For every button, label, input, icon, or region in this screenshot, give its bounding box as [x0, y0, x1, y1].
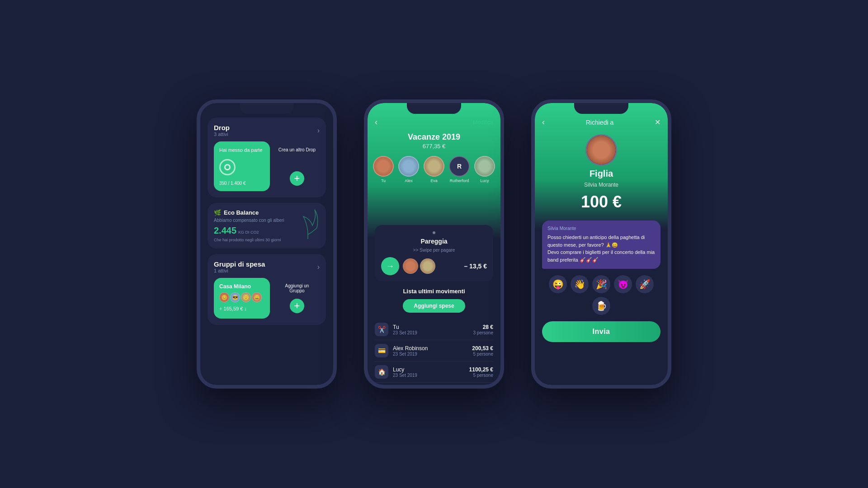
participant-tu: Tu [373, 156, 394, 183]
participant-name-lucy: Lucy [480, 178, 489, 183]
drop-add-label: Crea un altro Drop [278, 147, 316, 153]
drop-add-tile: Crea un altro Drop + [274, 141, 320, 191]
casa-avatar-1: 😊 [219, 292, 229, 302]
emoji-wave[interactable]: 👋 [571, 275, 589, 293]
drop-savings-label: Hai messo da parte [219, 147, 264, 153]
add-group-label: Aggiungi un Gruppo [278, 283, 316, 293]
pay-row: → – 13,5 € [381, 257, 487, 275]
drop-circle-icon [219, 159, 236, 175]
pay-avatars [403, 258, 435, 274]
tx-people-lucy: 5 persone [469, 373, 493, 378]
gruppi-title: Gruppi di spesa [214, 260, 265, 268]
phone3-close-button[interactable]: ✕ [655, 118, 660, 127]
emoji-row: 😜 👋 🎉 😈 🚀 🍺 [542, 275, 660, 315]
participant-name-rutherford: Rutherford [450, 178, 469, 183]
drop-add-button[interactable]: + [290, 171, 304, 186]
phone2-header: ‹ Modifica Vacanze 2019 677,35 € Tu Alex… [368, 103, 500, 239]
participant-name-tu: Tu [381, 178, 386, 183]
casa-title: Casa Milano [219, 283, 264, 290]
gruppi-chevron-icon[interactable]: › [317, 263, 320, 271]
casa-tile[interactable]: Casa Milano 😊 😎 🙂 😄 + 165,59 € ↓ [214, 278, 270, 319]
participant-avatar-lucy [474, 156, 495, 177]
tx-name-alex: Alex Robinson [393, 345, 467, 352]
phone3-back-button[interactable]: ‹ [542, 117, 545, 127]
tx-name-lucy: Lucy [393, 366, 465, 373]
tx-name-tu: Tu [393, 324, 469, 330]
drop-tile-savings[interactable]: Hai messo da parte 350 / 1.400 € [214, 141, 270, 191]
drop-title: Drop [214, 124, 230, 131]
recipient-sub: Silvia Morante [584, 182, 618, 188]
tx-right-alex: 200,53 € 5 persone [472, 345, 493, 357]
phone2-group-title: Vacanze 2019 [375, 132, 493, 142]
participant-eva: Eva [424, 156, 444, 183]
pay-section: Pareggia >> Swipe per pagare → – 13,5 € [375, 225, 493, 282]
emoji-rocket[interactable]: 🚀 [636, 275, 654, 293]
recipient-avatar [585, 134, 617, 166]
participants-row: Tu Alex Eva R Rutherford Lucy [375, 156, 493, 183]
emoji-beer[interactable]: 🍺 [592, 297, 610, 315]
casa-avatar-3: 🙂 [241, 292, 251, 302]
phone-3: ‹ Richiedi a ✕ Figlia Silvia Morante 100… [531, 99, 671, 389]
gruppi-card: Gruppi di spesa 1 attivi › Casa Milano 😊… [208, 254, 326, 325]
recipient-amount: 100 € [581, 192, 622, 211]
emoji-devil[interactable]: 😈 [614, 275, 632, 293]
tx-icon-tu: ✂️ [375, 323, 388, 336]
invia-button[interactable]: Invia [542, 321, 660, 342]
pay-arrow-button[interactable]: → [381, 257, 399, 275]
pay-amount: – 13,5 € [464, 263, 487, 270]
casa-amount: + 165,59 € ↓ [219, 306, 264, 311]
tx-date-lucy: 23 Set 2019 [393, 373, 465, 378]
pay-avatar-1 [403, 258, 418, 274]
phone2-back-button[interactable]: ‹ [375, 117, 377, 127]
transaction-alex: 💳 Alex Robinson 23 Set 2019 200,53 € 5 p… [375, 340, 493, 361]
phone2-action-button[interactable]: Modifica [473, 119, 493, 126]
tx-amount-alex: 200,53 € [472, 345, 493, 352]
tx-info-tu: Tu 23 Set 2019 [393, 324, 469, 335]
participant-name-eva: Eva [430, 178, 438, 183]
aggiungi-spese-button[interactable]: Aggiungi spese [403, 299, 465, 313]
lista-section: Lista ultimi movimenti Aggiungi spese ✂️… [368, 282, 500, 385]
tx-date-alex: 23 Set 2019 [393, 352, 467, 357]
lista-title: Lista ultimi movimenti [375, 288, 493, 295]
casa-avatar-2: 😎 [230, 292, 240, 302]
phone3-nav: ‹ Richiedi a ✕ [542, 117, 660, 127]
add-group-button[interactable]: + [290, 299, 304, 313]
eco-unit: KG DI CO2 [238, 230, 259, 235]
tx-icon-lucy: 🏠 [375, 365, 388, 379]
recipient-section: Figlia Silvia Morante 100 € [542, 134, 660, 211]
phone3-body: Silvia Morante Posso chiederti un antici… [535, 221, 668, 348]
tx-people-tu: 3 persone [473, 330, 493, 335]
emoji-party[interactable]: 🎉 [592, 275, 610, 293]
dot-indicator [433, 231, 435, 234]
tx-people-alex: 5 persone [472, 352, 493, 357]
phone2-nav: ‹ Modifica [375, 117, 493, 127]
emoji-tongueout[interactable]: 😜 [549, 275, 567, 293]
tx-icon-alex: 💳 [375, 344, 388, 357]
add-group-tile: Aggiungi un Gruppo + [274, 278, 320, 319]
tx-amount-lucy: 1100,25 € [469, 366, 493, 373]
message-sender: Silvia Morante [547, 226, 655, 231]
tx-right-lucy: 1100,25 € 5 persone [469, 366, 493, 378]
tx-info-lucy: Lucy 23 Set 2019 [393, 366, 465, 378]
tx-amount-tu: 28 € [473, 324, 493, 330]
message-text: Posso chiederti un anticipo della paghet… [547, 234, 655, 263]
participant-avatar-eva [424, 156, 444, 177]
participant-avatar-alex [398, 156, 419, 177]
phone3-nav-title: Richiedi a [586, 119, 613, 126]
gruppi-subtitle: 1 attivi [214, 268, 265, 273]
recipient-name: Figlia [590, 169, 613, 179]
phone3-header: ‹ Richiedi a ✕ Figlia Silvia Morante 100… [535, 103, 668, 230]
drop-amount: 350 / 1.400 € [219, 181, 264, 186]
phone-1: Drop 3 attivi › Hai messo da parte 350 /… [197, 99, 337, 389]
participant-name-alex: Alex [405, 178, 413, 183]
drop-chevron-icon[interactable]: › [317, 127, 320, 135]
message-bubble: Silvia Morante Posso chiederti un antici… [542, 221, 660, 269]
phone-2-screen: ‹ Modifica Vacanze 2019 677,35 € Tu Alex… [368, 103, 500, 385]
eco-title: Eco Balance [224, 209, 259, 216]
drop-card: Drop 3 attivi › Hai messo da parte 350 /… [208, 117, 326, 197]
participant-lucy: Lucy [474, 156, 495, 183]
participant-alex: Alex [398, 156, 419, 183]
tx-info-alex: Alex Robinson 23 Set 2019 [393, 345, 467, 357]
transaction-lucy: 🏠 Lucy 23 Set 2019 1100,25 € 5 persone [375, 361, 493, 383]
drop-circle-inner-icon [224, 164, 231, 170]
